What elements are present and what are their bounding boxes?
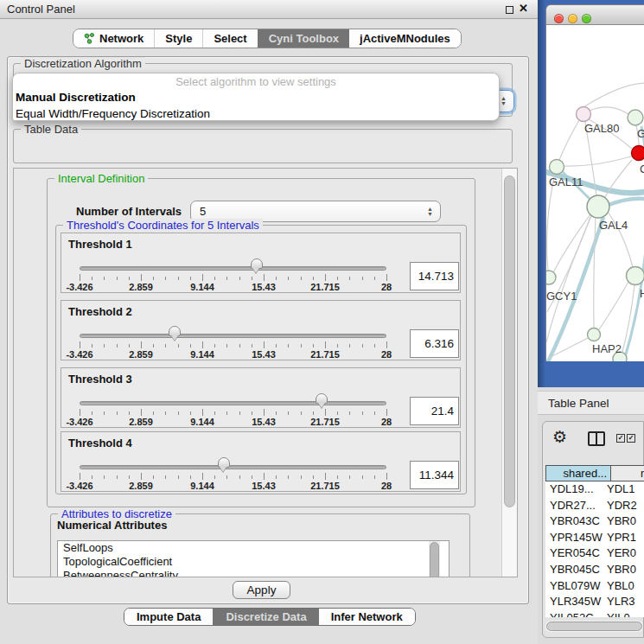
node-label: GAL4 xyxy=(599,219,628,232)
cyni-toolbox-panel: Discretization Algorithm ▲▼ Table Data g… xyxy=(7,56,529,604)
tab-network[interactable]: Network xyxy=(73,29,154,48)
tab-cyni-toolbox[interactable]: Cyni Toolbox xyxy=(258,29,349,48)
slider-thumb[interactable] xyxy=(251,258,263,269)
slider-track[interactable] xyxy=(80,334,386,338)
algorithm-option[interactable]: Manual Discretization xyxy=(13,89,499,105)
tab-jactivemnodules[interactable]: jActiveMNodules xyxy=(349,29,461,48)
slider-ticks xyxy=(80,473,386,481)
zoom-traffic-light-icon[interactable] xyxy=(582,14,591,23)
table-row[interactable]: YDL19...YDL1 xyxy=(545,481,644,498)
right-side: GAL80GACGAL11GAL4GCY1HHAP2 Table Panel ⚙… xyxy=(538,0,644,644)
threshold-label: Threshold 3 xyxy=(68,373,132,386)
attributes-scrollbar[interactable] xyxy=(429,541,440,577)
node-label: GAL11 xyxy=(549,175,583,188)
network-canvas[interactable]: GAL80GACGAL11GAL4GCY1HHAP2 xyxy=(546,25,644,361)
close-traffic-light-icon[interactable] xyxy=(554,14,564,23)
tab-select[interactable]: Select xyxy=(202,29,257,48)
table-data-group: Table Data galFiltered.sif default node … xyxy=(13,129,513,163)
network-node[interactable] xyxy=(546,271,556,284)
table-panel: ⚙ ✓ ✓ shared... n... YDL19...YDL1YDR27..… xyxy=(542,421,644,638)
tab-label: jActiveMNodules xyxy=(360,29,450,48)
table-row[interactable]: YDR27...YDR2 xyxy=(545,498,644,514)
table-row[interactable]: YLR345WYLR3 xyxy=(545,594,644,610)
cell-name: YBR0 xyxy=(607,514,636,527)
cell-name: YDR2 xyxy=(607,499,637,512)
network-node[interactable] xyxy=(627,267,644,285)
slider-track[interactable] xyxy=(80,465,386,469)
table-row[interactable]: YPR145WYPR1 xyxy=(545,530,644,546)
table-body: YDL19...YDL1YDR27...YDR2YBR043CYBR0YPR14… xyxy=(545,481,644,617)
table-row[interactable]: YBR045CYBR0 xyxy=(545,562,644,578)
table-panel-title: Table Panel xyxy=(538,397,609,410)
node-label: HAP2 xyxy=(592,342,622,355)
cell-shared-name: YBL079W xyxy=(550,579,601,592)
minimize-traffic-light-icon[interactable] xyxy=(568,14,577,23)
attribute-list-item[interactable]: BetweennessCentrality xyxy=(58,569,449,577)
tab-label: Cyni Toolbox xyxy=(269,29,339,48)
float-window-icon[interactable] xyxy=(506,6,513,14)
threshold-panel: Threshold 4 -3.4262.8599.14415.4321.7152… xyxy=(61,431,461,492)
tab-impute-data[interactable]: Impute Data xyxy=(124,609,213,625)
column-header-shared[interactable]: shared... xyxy=(545,465,611,481)
close-icon[interactable]: ✕ xyxy=(519,2,528,15)
numerical-attributes-list[interactable]: SelfLoopsTopologicalCoefficientBetweenne… xyxy=(57,540,450,577)
table-row[interactable]: YER054CYER0 xyxy=(545,545,644,562)
cell-shared-name: YDR27... xyxy=(550,499,596,512)
network-node[interactable] xyxy=(632,146,644,161)
number-of-intervals-label: Number of Intervals xyxy=(76,205,182,218)
network-node[interactable] xyxy=(588,328,601,341)
node-label: C xyxy=(640,163,644,175)
network-view-frame: GAL80GACGAL11GAL4GCY1HHAP2 xyxy=(538,0,644,387)
threshold-label: Threshold 4 xyxy=(68,437,132,450)
column-header-name[interactable]: n... xyxy=(611,465,644,481)
slider-track[interactable] xyxy=(80,401,386,405)
table-row[interactable]: YBR043CYBR0 xyxy=(545,513,644,530)
numerical-attributes-label: Numerical Attributes xyxy=(57,519,167,532)
combo-arrows-icon: ▲▼ xyxy=(427,201,433,221)
bottom-tab-bar: Impute DataDiscretize DataInfer Network xyxy=(124,608,416,626)
checkbox-checked-icon[interactable]: ✓ xyxy=(616,434,625,443)
cell-name: YIL0 xyxy=(607,611,630,617)
slider-thumb[interactable] xyxy=(316,393,328,404)
tab-label: Network xyxy=(99,29,143,48)
slider-thumb[interactable] xyxy=(218,457,230,468)
columns-icon[interactable] xyxy=(588,431,605,446)
cell-name: YLR3 xyxy=(607,595,635,608)
table-row[interactable]: YBL079WYBL0 xyxy=(545,578,644,595)
attribute-list-item[interactable]: SelfLoops xyxy=(58,541,449,555)
cell-name: YBL0 xyxy=(607,579,634,592)
threshold-value-field[interactable]: 21.4 xyxy=(410,397,459,425)
threshold-value-field[interactable]: 6.316 xyxy=(410,329,459,358)
table-row[interactable]: YIL052CYIL0 xyxy=(545,610,644,617)
threshold-label: Threshold 2 xyxy=(68,305,132,318)
network-node[interactable] xyxy=(550,160,564,175)
network-node[interactable] xyxy=(628,110,643,125)
attribute-list-item[interactable]: TopologicalCoefficient xyxy=(58,555,449,569)
slider-thumb[interactable] xyxy=(169,326,181,336)
threshold-value-field[interactable]: 11.344 xyxy=(410,461,459,489)
threshold-value-field[interactable]: 14.713 xyxy=(410,262,459,290)
tab-infer-network[interactable]: Infer Network xyxy=(319,609,415,625)
node-label: GA xyxy=(637,127,644,140)
network-window-titlebar xyxy=(546,5,644,25)
cell-name: YDL1 xyxy=(607,482,635,495)
slider-track[interactable] xyxy=(80,266,386,271)
network-graph: GAL80GACGAL11GAL4GCY1HHAP2 xyxy=(546,25,644,361)
gear-icon[interactable]: ⚙ xyxy=(552,429,567,445)
tab-discretize-data[interactable]: Discretize Data xyxy=(213,609,318,625)
vertical-scrollbar[interactable] xyxy=(501,169,517,577)
slider-ticks xyxy=(80,341,386,349)
algorithm-option[interactable]: Equal Width/Frequency Discretization xyxy=(13,105,499,121)
horizontal-scrollbar[interactable] xyxy=(545,621,643,632)
network-node[interactable] xyxy=(587,195,609,218)
slider-scale-labels: -3.4262.8599.14415.4321.71528 xyxy=(80,349,386,359)
cell-name: YPR1 xyxy=(607,531,636,544)
cell-shared-name: YDL19... xyxy=(550,482,594,495)
slider-scale-labels: -3.4262.8599.14415.4321.71528 xyxy=(80,481,386,490)
tab-style[interactable]: Style xyxy=(154,29,202,48)
network-node[interactable] xyxy=(577,107,591,122)
cell-name: YBR0 xyxy=(607,563,636,576)
tab-label: Discretize Data xyxy=(226,609,306,625)
apply-button[interactable]: Apply xyxy=(233,581,290,599)
checkbox-checked-icon[interactable]: ✓ xyxy=(627,434,635,443)
